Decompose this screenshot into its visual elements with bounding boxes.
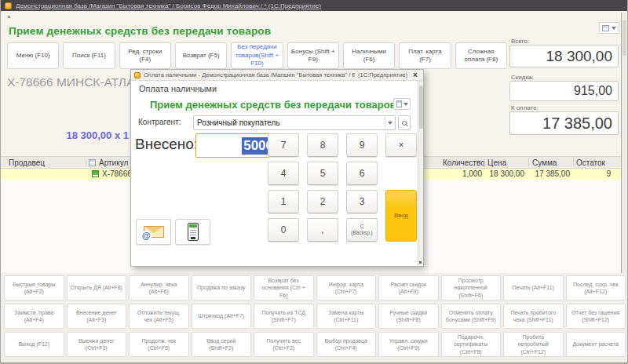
numpad-key[interactable]: 7 (268, 133, 299, 157)
numpad-key[interactable]: × (385, 133, 417, 157)
function-grid: Быстрые товары (Alt+F2)Открыть ДЯ (Alt+F… (4, 275, 626, 357)
1c-app-icon (5, 2, 12, 9)
report-icon (602, 25, 609, 31)
enter-button[interactable]: Ввод (385, 190, 417, 242)
resize-grip (419, 261, 422, 264)
col-sum: Сумма (532, 158, 557, 167)
amount-label: Внесено: (135, 136, 198, 153)
numpad-key[interactable]: 4 (268, 162, 299, 185)
numpad-key[interactable]: 2 (307, 190, 338, 213)
function-button[interactable]: Отложить текущ. чек (Alt+F5) (129, 304, 189, 329)
function-button[interactable]: Инфор. карта (Ctrl+F7) (316, 275, 377, 300)
numpad-key[interactable]: , (307, 218, 338, 242)
report-menu-button[interactable] (599, 22, 619, 34)
numpad-key[interactable]: С (Backsp.) (346, 218, 378, 242)
toolbar-button[interactable]: Меню (F10) (7, 42, 59, 69)
function-button[interactable]: Печать (Alt+F11) (503, 275, 564, 300)
counterparty-label: Контрагент: (138, 118, 181, 126)
function-button[interactable]: Замена карты (Ctrl+F11) (316, 304, 377, 329)
dialog-subtitle: Оплата наличными (139, 84, 217, 93)
column-divider (528, 158, 529, 166)
function-button[interactable]: Управл. скидки (Ctrl+F9) (378, 332, 439, 357)
discount-label: Скидка: (511, 74, 534, 81)
col-stock: Остаток (576, 158, 605, 167)
toolbar-button[interactable]: Без передачи товаров(Shift + F10) (231, 42, 283, 69)
function-button[interactable]: Послед. сохр. чек (Alt+F12) (566, 275, 626, 300)
numpad-key[interactable]: 1 (268, 190, 299, 213)
function-button[interactable]: Внесение денег (Alt+F3) (67, 304, 127, 329)
function-button[interactable]: Ввод серий (Shift+F2) (192, 332, 252, 357)
dialog-heading: Прием денежных средств без передачи това… (150, 99, 396, 111)
toolbar-button[interactable]: Сложная оплата (F8) (455, 42, 507, 69)
function-button[interactable]: Получить из ТСД (Shift+F7) (254, 304, 314, 329)
cell-article: X-78666 (102, 169, 132, 178)
function-button[interactable]: Быстрые товары (Alt+F2) (4, 275, 64, 300)
function-button[interactable]: Отменить оплату бонусами (Shift+F9) (441, 304, 502, 329)
function-button[interactable]: Выемка денег (Ctrl+F3) (67, 332, 127, 357)
cash-payment-dialog: Оплата наличными - Демонстрационная база… (130, 69, 424, 267)
function-button[interactable]: Возврат без основания (Ctrl + F6) (254, 275, 314, 300)
chevron-down-icon (403, 103, 408, 106)
product-name: X-78666 МИНСК-АТЛАНТ (7, 75, 151, 89)
dialog-menu-button[interactable] (393, 98, 411, 110)
columns-icon (89, 159, 96, 166)
total-label: Всего: (511, 38, 529, 45)
dialog-title: Оплата наличными - Демонстрационная база… (144, 71, 355, 78)
function-button[interactable]: Печать пробитого чека (Shift+F11) (503, 304, 564, 329)
function-button[interactable]: Аннулир. чека (Alt+F6) (129, 275, 189, 300)
function-button[interactable]: Просмотр накопленной (Shift+F6) (441, 275, 502, 300)
function-button[interactable]: Получить вес (Ctrl+F2) (254, 332, 314, 357)
main-scrollbar[interactable] (621, 13, 626, 273)
column-divider (573, 158, 574, 166)
col-seller: Продавец (9, 158, 45, 167)
scrollbar-thumb[interactable] (623, 20, 626, 56)
col-article: Артикул (99, 158, 128, 167)
toolbar-button[interactable]: Ред. строки (F4) (119, 42, 171, 69)
numpad-key[interactable]: 5 (307, 162, 338, 185)
function-button[interactable]: Продолж. чек (Ctrl+F5) (129, 332, 189, 357)
phone-icon (188, 223, 199, 241)
function-button[interactable]: Выбор продавца (Ctrl+F4) (316, 332, 377, 357)
dialog-scrollbar[interactable] (418, 81, 423, 266)
counterparty-input[interactable]: Розничный покупатель (193, 115, 396, 130)
document-icon (396, 100, 402, 107)
email-button[interactable]: @ (136, 219, 171, 245)
numpad-key[interactable]: 6 (346, 162, 378, 185)
toolbar-button[interactable]: Возврат (F5) (175, 42, 227, 69)
function-button[interactable]: Расчет скидок (Alt+F9) (378, 275, 439, 300)
dialog-body: Оплата наличными Прием денежных средств … (131, 81, 423, 266)
email-icon: @ (144, 226, 164, 238)
function-button[interactable]: Штрихкод (Alt+F7) (192, 304, 252, 329)
function-button[interactable]: Документ расчета (566, 332, 626, 357)
dropdown-button[interactable] (385, 116, 395, 129)
toolbar: Меню (F10)Поиск (F11)Ред. строки (F4)Воз… (7, 42, 507, 69)
numpad-key[interactable]: 0 (268, 218, 299, 242)
function-button[interactable]: Отчет без гашения (Shift+F12) (566, 304, 626, 329)
open-counterparty-button[interactable] (398, 115, 411, 130)
numpad-key[interactable]: 8 (307, 133, 338, 157)
function-button[interactable]: Открыть ДЯ (Alt+F8) (67, 275, 127, 300)
total-value: 18 300,00 (509, 45, 619, 67)
function-button[interactable]: Ручные скидки (Shift+F8) (378, 304, 439, 329)
numpad-key[interactable]: 3 (346, 190, 378, 213)
screen: Демонстрационная база /Магазин "Бытовая … (0, 0, 628, 364)
toolbar-button[interactable]: Плат. карта (F7) (399, 42, 451, 69)
toolbar-button[interactable]: Наличными (F6) (343, 42, 395, 69)
toolbar-button[interactable]: Поиск (F11) (63, 42, 115, 69)
discount-value: 915,00 (509, 81, 619, 101)
function-button[interactable]: Продажа по заказу (192, 275, 252, 300)
close-button[interactable]: × (411, 71, 420, 80)
function-button[interactable]: Пробить непробитый (Ctrl+F12) (503, 332, 564, 357)
chevron-down-icon (388, 122, 392, 125)
sms-button[interactable] (175, 219, 210, 245)
function-button[interactable]: Заимств. права (Alt+F4) (4, 304, 64, 329)
window-title: Демонстрационная база /Магазин "Бытовая … (16, 2, 321, 9)
price-qty-line: 18 300,00 x 1 (1, 129, 129, 141)
toolbar-button[interactable]: Бонусы (Shift + F9) (287, 42, 339, 69)
numpad-key[interactable]: 9 (346, 133, 378, 157)
function-button[interactable]: Подарочн. сертификаты (Ctrl+F8) (441, 332, 502, 357)
dialog-scrollbar-thumb[interactable] (419, 86, 423, 129)
function-button[interactable]: Выход (F12) (4, 332, 64, 357)
status-dot (8, 16, 10, 18)
chevron-down-icon (612, 27, 616, 30)
